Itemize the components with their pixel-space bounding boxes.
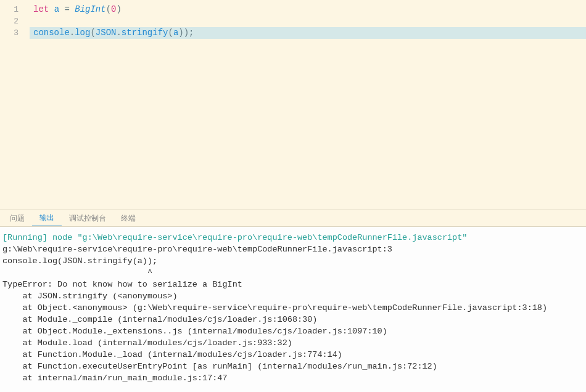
code-line-1[interactable]: let a = BigInt(0) [30, 4, 586, 15]
code-line-3[interactable]: console.log(JSON.stringify(a)); [30, 27, 586, 39]
method-log: log [75, 28, 90, 38]
code-editor[interactable]: 1 2 3 let a = BigInt(0) console.log(JSON… [0, 0, 586, 210]
line-number-gutter: 1 2 3 [0, 0, 30, 210]
tab-output[interactable]: 输出 [32, 210, 62, 226]
panel-tab-bar: 问题 输出 调试控制台 终端 [0, 210, 586, 227]
method-stringify: stringify [122, 28, 168, 38]
stack-frame: at JSON.stringify (<anonymous>) [2, 290, 584, 302]
keyword-let: let [33, 4, 49, 14]
line-number: 1 [0, 4, 19, 15]
stack-frame: at Function.Module._load (internal/modul… [2, 349, 584, 361]
object-json: JSON [96, 28, 117, 38]
tab-debug-console[interactable]: 调试控制台 [62, 210, 113, 226]
code-content[interactable]: let a = BigInt(0) console.log(JSON.strin… [30, 0, 586, 210]
stack-frame: at Module.load (internal/modules/cjs/loa… [2, 337, 584, 349]
error-title: TypeError: Do not know how to serialize … [2, 279, 584, 290]
function-bigint: BigInt [75, 4, 105, 14]
object-console: console [33, 28, 70, 38]
output-running-line: [Running] node "g:\Web\require-service\r… [2, 232, 584, 243]
output-code-echo: console.log(JSON.stringify(a)); [2, 255, 584, 267]
running-label: [Running] [2, 233, 52, 242]
line-number: 3 [0, 27, 19, 39]
stack-frame: at Object.Module._extensions..js (intern… [2, 325, 584, 337]
line-number: 2 [0, 15, 19, 27]
variable-a: a [54, 4, 59, 14]
stack-frame: at Object.<anonymous> (g:\Web\require-se… [2, 302, 584, 314]
output-panel[interactable]: [Running] node "g:\Web\require-service\r… [0, 227, 586, 392]
output-caret: ^ [2, 267, 584, 279]
code-line-2[interactable] [30, 15, 586, 27]
tab-problems[interactable]: 问题 [2, 210, 32, 226]
stack-frame: at internal/main/run_main_module.js:17:4… [2, 372, 584, 384]
tab-terminal[interactable]: 终端 [113, 210, 143, 226]
output-file-path: g:\Web\require-service\require-pro\requi… [2, 243, 584, 255]
stack-frame: at Module._compile (internal/modules/cjs… [2, 314, 584, 325]
running-command: node "g:\Web\require-service\require-pro… [52, 233, 467, 242]
stack-frame: at Function.executeUserEntryPoint [as ru… [2, 361, 584, 372]
